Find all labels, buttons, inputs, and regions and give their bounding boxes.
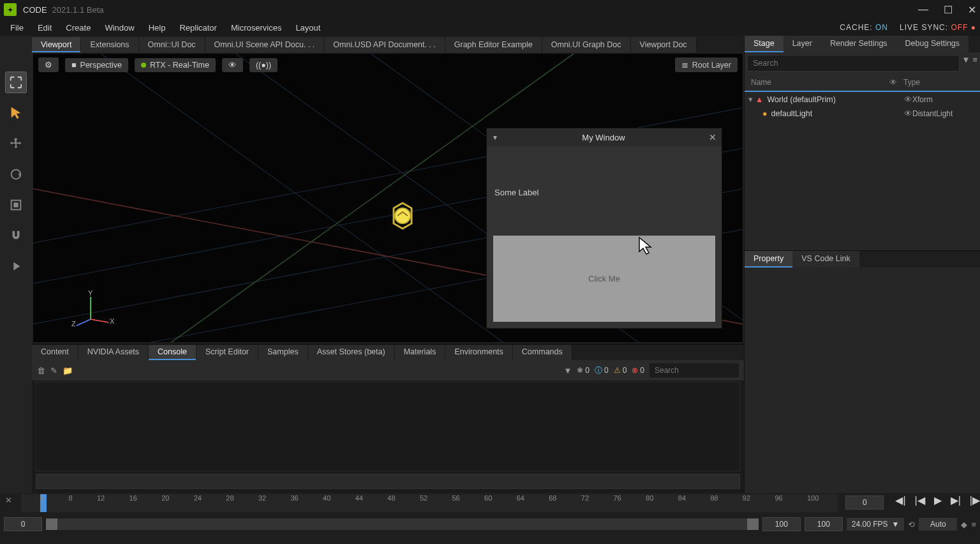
btab-samples[interactable]: Samples [258, 345, 308, 360]
axis-gizmo: Y X Z [71, 291, 116, 331]
tree-header-name: Name [751, 78, 889, 87]
console-folder-button[interactable]: 📁 [63, 366, 73, 375]
step-fwd-button[interactable]: |▶ [970, 494, 980, 506]
tool-play[interactable] [5, 255, 27, 277]
rtab-vscode-link[interactable]: VS Code Link [792, 251, 859, 268]
end-frame-input[interactable] [805, 517, 843, 531]
visibility-button[interactable]: 👁 [222, 58, 243, 72]
stage-filter-button[interactable]: ▼ [962, 55, 970, 72]
console-filter-button[interactable]: ▼ [563, 366, 572, 375]
minimize-button[interactable]: — [918, 4, 928, 15]
star-icon: ✱ [577, 366, 583, 375]
auto-key-dropdown[interactable]: Auto [919, 518, 957, 531]
eye-icon: 👁 [889, 78, 897, 87]
tree-row-world[interactable]: ▾ ▲ World (defaultPrim) 👁 Xform [745, 92, 980, 107]
play-button[interactable]: ▶ [934, 494, 942, 506]
rtab-render-settings[interactable]: Render Settings [821, 36, 896, 52]
range-end-input[interactable] [762, 517, 801, 531]
stage-search-input[interactable] [747, 55, 960, 72]
next-key-button[interactable]: ▶| [951, 494, 961, 506]
tick-label: 52 [420, 494, 427, 502]
tick-label: 24 [194, 494, 202, 502]
viewport[interactable]: ⚙ ■ Perspective RTX - Real-Time 👁 ((●)) … [32, 52, 744, 344]
camera-dropdown[interactable]: ■ Perspective [65, 58, 128, 72]
key-button[interactable]: ◆ [961, 520, 967, 529]
menu-help[interactable]: Help [142, 21, 172, 34]
root-layer-dropdown[interactable]: ≣Root Layer [675, 57, 738, 72]
tree-type: Xform [912, 95, 976, 104]
menu-edit[interactable]: Edit [31, 21, 58, 34]
tab-graph-doc[interactable]: Omni.UI Graph Doc [542, 37, 631, 52]
tool-rotate[interactable] [5, 163, 27, 185]
tab-omni-ui-scene[interactable]: Omni.UI Scene API Docu. . . [205, 37, 325, 52]
prev-key-button[interactable]: |◀ [915, 494, 925, 506]
menu-create[interactable]: Create [59, 21, 97, 34]
console-input[interactable] [36, 474, 740, 489]
my-window-titlebar[interactable]: ▼ My Window ✕ [487, 128, 722, 146]
viewport-settings-button[interactable]: ⚙ [38, 57, 59, 72]
menu-window[interactable]: Window [98, 21, 140, 34]
btab-asset-stores[interactable]: Asset Stores (beta) [308, 345, 395, 360]
btab-materials[interactable]: Materials [395, 345, 446, 360]
loop-button[interactable]: ⟲ [908, 520, 915, 529]
tool-scale[interactable] [5, 194, 27, 216]
close-button[interactable]: ✕ [968, 4, 976, 16]
tab-extensions[interactable]: Extensions [81, 37, 138, 52]
tool-move[interactable] [5, 133, 27, 155]
rtab-layer[interactable]: Layer [783, 36, 821, 52]
step-back-button[interactable]: ◀| [895, 494, 905, 506]
console-clear-button[interactable]: 🗑 [37, 366, 45, 375]
menu-file[interactable]: File [4, 21, 30, 34]
light-gizmo[interactable] [387, 200, 418, 231]
info-icon: ⓘ [595, 365, 602, 376]
rtab-stage[interactable]: Stage [745, 36, 783, 52]
my-window-panel[interactable]: ▼ My Window ✕ Some Label Click Me [486, 128, 722, 329]
timeline-close-button[interactable]: ✕ [0, 494, 17, 506]
rtab-property[interactable]: Property [745, 251, 792, 268]
console-search-input[interactable] [650, 363, 739, 377]
rtab-debug-settings[interactable]: Debug Settings [896, 36, 969, 52]
range-slider[interactable] [46, 518, 759, 530]
tab-omni-ui-doc[interactable]: Omni::UI Doc [139, 37, 205, 52]
audio-button[interactable]: ((●)) [249, 58, 278, 72]
range-handle-right[interactable] [747, 518, 759, 530]
console-output[interactable] [36, 382, 740, 471]
property-panel[interactable] [745, 268, 980, 493]
stage-options-button[interactable]: ≡ [972, 55, 977, 72]
visibility-toggle[interactable]: 👁 [904, 95, 912, 104]
btab-nvidia-assets[interactable]: NVIDIA Assets [78, 345, 149, 360]
menu-microservices[interactable]: Microservices [225, 21, 288, 34]
click-me-button[interactable]: Click Me [493, 236, 715, 322]
btab-content[interactable]: Content [32, 345, 78, 360]
btab-console[interactable]: Console [149, 345, 197, 360]
tool-select[interactable] [5, 102, 27, 124]
menu-replicator[interactable]: Replicator [173, 21, 223, 34]
start-frame-input[interactable] [4, 517, 42, 531]
tick-label: 64 [517, 494, 524, 502]
fps-dropdown[interactable]: 24.00 FPS ▼ [847, 518, 905, 531]
menu-layout[interactable]: Layout [289, 21, 327, 34]
tree-row-light[interactable]: ● defaultLight 👁 DistantLight [745, 107, 980, 121]
range-handle-left[interactable] [46, 518, 57, 530]
stage-tree[interactable]: ▾ ▲ World (defaultPrim) 👁 Xform ● defaul… [745, 92, 980, 250]
current-frame-input[interactable] [845, 495, 884, 510]
btab-commands[interactable]: Commands [513, 345, 572, 360]
tab-graph-editor[interactable]: Graph Editor Example [445, 37, 542, 52]
timeline-options-button[interactable]: ≡ [971, 520, 976, 529]
maximize-button[interactable]: ☐ [944, 4, 953, 16]
tool-snap[interactable] [5, 225, 27, 246]
timeline-ruler[interactable]: 4812162024283236404448525660646872768084… [21, 494, 838, 512]
tab-viewport[interactable]: Viewport [32, 37, 81, 52]
tool-frame[interactable] [5, 72, 27, 93]
console-edit-button[interactable]: ✎ [50, 366, 57, 375]
renderer-dropdown[interactable]: RTX - Real-Time [135, 58, 216, 72]
collapse-icon[interactable]: ▼ [492, 134, 498, 141]
xform-icon: ▲ [755, 95, 763, 104]
visibility-toggle[interactable]: 👁 [904, 109, 912, 118]
tab-viewport-doc[interactable]: Viewport Doc [631, 37, 697, 52]
btab-script-editor[interactable]: Script Editor [197, 345, 258, 360]
tab-omni-usd[interactable]: Omni.USD API Document. . . [324, 37, 445, 52]
my-window-close-button[interactable]: ✕ [709, 132, 716, 142]
btab-environments[interactable]: Environments [445, 345, 512, 360]
timeline: ✕ 48121620242832364044485256606468727680… [0, 493, 980, 544]
